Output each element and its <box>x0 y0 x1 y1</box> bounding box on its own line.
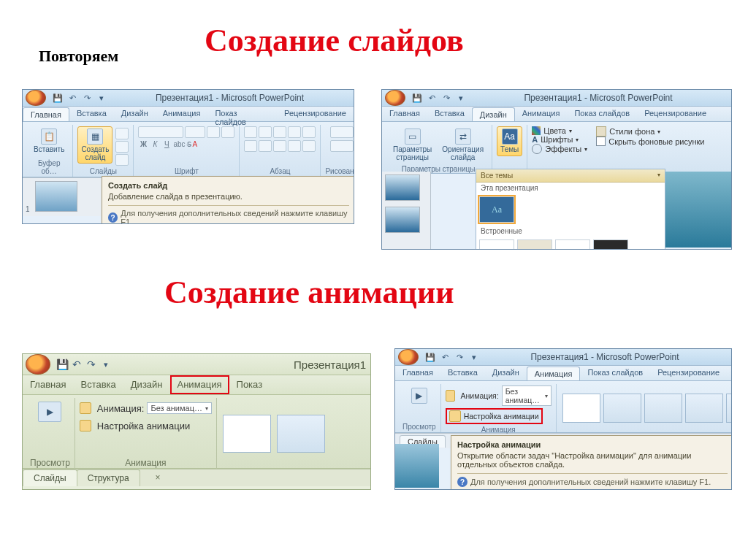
transition-thumb[interactable] <box>277 415 325 453</box>
page-setup-button[interactable]: ▭ Параметры страницы <box>389 126 435 164</box>
office-button[interactable] <box>385 90 405 106</box>
save-icon[interactable]: 💾 <box>56 358 68 370</box>
hide-bg-graphics[interactable]: Скрыть фоновые рисунки <box>596 137 704 146</box>
tab-slideshow[interactable]: Показ слайдов <box>580 366 650 380</box>
slide-thumb-2[interactable] <box>385 207 420 233</box>
transition-thumb[interactable] <box>644 394 682 423</box>
font-name[interactable] <box>138 126 183 138</box>
shape-btn[interactable] <box>330 126 354 138</box>
theme-colors[interactable]: Цвета▾ <box>532 126 572 135</box>
italic-btn[interactable]: К <box>150 140 160 148</box>
tab-animation[interactable]: Анимация <box>527 367 581 380</box>
theme-tile[interactable]: Aa <box>555 239 590 250</box>
tab-insert[interactable]: Вставка <box>69 107 114 121</box>
new-slide-button[interactable]: ▦ Создать слайд <box>77 126 112 164</box>
grow-font[interactable] <box>207 126 220 138</box>
font-size[interactable] <box>185 126 205 138</box>
save-icon[interactable]: 💾 <box>411 92 423 104</box>
tab-insert[interactable]: Вставка <box>73 375 123 394</box>
tab-design[interactable]: Дизайн <box>123 375 170 394</box>
preview-button[interactable]: ▶ <box>408 386 431 407</box>
pane-close[interactable]: × <box>145 469 171 486</box>
theme-tile[interactable]: Aa <box>593 239 628 250</box>
arrange-btn[interactable] <box>330 140 354 152</box>
tab-insert[interactable]: Вставка <box>427 107 472 121</box>
save-icon[interactable]: 💾 <box>52 92 64 104</box>
tab-review[interactable]: Рецензирование <box>277 107 354 121</box>
bg-styles[interactable]: Стили фона▾ <box>596 126 660 137</box>
animation-settings[interactable]: Настройка анимации <box>80 420 190 431</box>
tab-review[interactable]: Рецензирование <box>637 107 714 121</box>
shrink-font[interactable] <box>221 126 234 138</box>
qat-more-icon[interactable]: ▾ <box>96 92 107 104</box>
theme-effects[interactable]: Эффекты▾ <box>532 144 587 154</box>
theme-tile[interactable]: Aa <box>479 239 514 250</box>
transition-thumb[interactable] <box>726 394 732 423</box>
tab-home[interactable]: Главная <box>395 366 440 380</box>
redo-icon[interactable]: ↷ <box>81 92 93 104</box>
numbering[interactable] <box>259 126 272 138</box>
redo-icon[interactable]: ↷ <box>85 358 97 370</box>
undo-icon[interactable]: ↶ <box>439 351 451 363</box>
pane-tab-slides[interactable]: Слайды <box>23 469 77 486</box>
align-left[interactable] <box>244 140 257 152</box>
line-spacing[interactable] <box>302 126 316 138</box>
tab-animation[interactable]: Анимация <box>515 107 568 121</box>
bold-btn[interactable]: Ж <box>138 140 148 148</box>
theme-tile[interactable]: Aa <box>517 239 552 250</box>
transition-none[interactable] <box>562 394 600 423</box>
animation-combo[interactable]: Без анимац…▾ <box>502 386 552 406</box>
theme-fonts[interactable]: A Шрифты▾ <box>532 135 579 144</box>
redo-icon[interactable]: ↷ <box>440 92 452 104</box>
font-color[interactable]: A <box>193 140 198 148</box>
layout-btn[interactable] <box>115 128 129 139</box>
tab-design[interactable]: Дизайн <box>472 107 515 121</box>
preview-button[interactable]: ▶ <box>34 399 65 426</box>
themes-button[interactable]: Aa Темы <box>497 126 522 156</box>
tab-home[interactable]: Главная <box>382 107 427 121</box>
qat-more-icon[interactable]: ▾ <box>468 351 480 363</box>
animation-settings-highlighted[interactable]: Настройка анимации <box>446 408 543 424</box>
indent-more[interactable] <box>288 126 301 138</box>
theme-current[interactable]: Aa <box>479 196 514 223</box>
align-justify[interactable] <box>288 140 301 152</box>
pane-tab-outline[interactable]: Структура <box>77 469 140 486</box>
tab-review[interactable]: Рецензирование <box>650 366 727 380</box>
tab-insert[interactable]: Вставка <box>440 366 485 380</box>
reset-btn[interactable] <box>115 141 129 153</box>
tab-animation-highlighted[interactable]: Анимация <box>170 375 229 394</box>
paste-button[interactable]: 📋 Вставить <box>30 126 68 156</box>
slide-thumb-1[interactable] <box>35 181 77 212</box>
tab-design[interactable]: Дизайн <box>485 366 527 380</box>
tab-slideshow[interactable]: Показ слайдов <box>567 107 637 121</box>
align-right[interactable] <box>273 140 286 152</box>
delete-btn[interactable] <box>115 154 129 166</box>
slide-thumb-1[interactable] <box>385 174 420 201</box>
office-button[interactable] <box>26 354 50 375</box>
transition-thumb[interactable] <box>685 394 723 423</box>
align-center[interactable] <box>259 140 272 152</box>
tab-home[interactable]: Главная <box>23 375 73 394</box>
undo-icon[interactable]: ↶ <box>71 358 83 370</box>
strike-btn[interactable]: S̶ <box>187 140 191 148</box>
save-icon[interactable]: 💾 <box>424 351 436 363</box>
transition-none[interactable] <box>223 415 271 453</box>
qat-more-icon[interactable]: ▾ <box>455 92 467 104</box>
transition-thumb[interactable] <box>603 394 641 423</box>
bullets[interactable] <box>244 126 257 138</box>
columns[interactable] <box>302 140 316 152</box>
slide-orientation-button[interactable]: ⇄ Ориентация слайда <box>438 126 487 164</box>
tab-slideshow[interactable]: Показ <box>229 375 270 394</box>
indent-less[interactable] <box>273 126 286 138</box>
shadow-btn[interactable]: abc <box>173 140 185 148</box>
tab-animation[interactable]: Анимация <box>156 107 208 121</box>
animation-combo[interactable]: Без анимац…▾ <box>147 402 212 414</box>
redo-icon[interactable]: ↷ <box>454 351 465 363</box>
tab-slideshow[interactable]: Показ слайдов <box>207 107 277 121</box>
tab-design[interactable]: Дизайн <box>114 107 156 121</box>
undo-icon[interactable]: ↶ <box>66 92 78 104</box>
underline-btn[interactable]: Ч <box>161 140 172 148</box>
office-button[interactable] <box>398 349 419 365</box>
qat-more-icon[interactable]: ▾ <box>100 358 112 370</box>
office-button[interactable] <box>26 90 46 106</box>
